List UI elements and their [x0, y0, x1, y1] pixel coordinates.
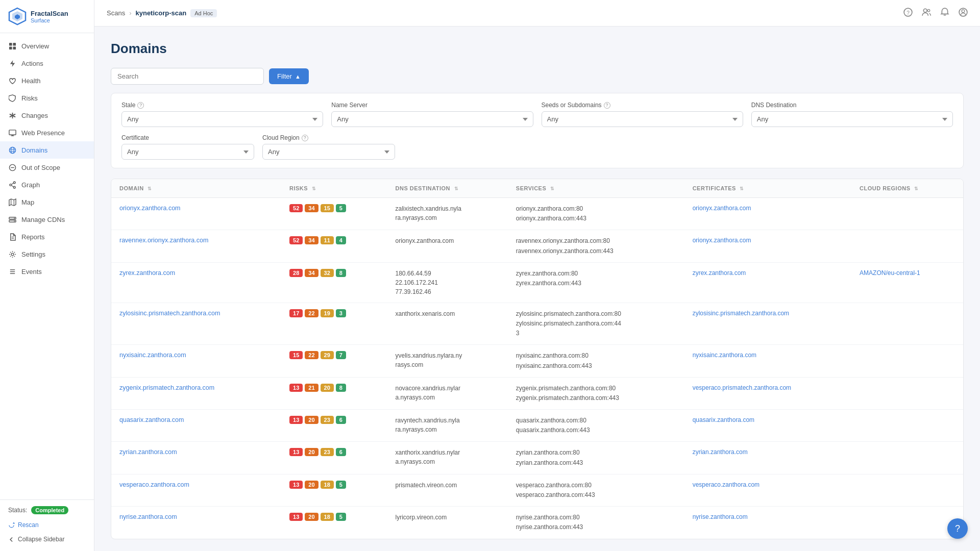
sidebar-item-changes[interactable]: Changes — [0, 107, 94, 124]
domain-link[interactable]: nyxisainc.zanthora.com — [119, 352, 186, 359]
domains-table: DOMAIN ⇅ RISKS ⇅ DNS DESTINATION ⇅ SERVI… — [111, 179, 963, 539]
filter-nameserver: Name Server Any — [331, 102, 533, 127]
risk-badge: 6 — [336, 416, 346, 424]
dns-cell: zalixistech.xandrius.nylara.nyrasys.com — [387, 198, 508, 230]
rescan-button[interactable]: Rescan — [8, 519, 86, 531]
sidebar-item-web-presence[interactable]: Web Presence — [0, 124, 94, 141]
cert-link[interactable]: vesperaco.zanthora.com — [693, 481, 760, 488]
risk-badge: 20 — [305, 513, 318, 521]
filter-button[interactable]: Filter ▲ — [269, 68, 309, 84]
cert-link[interactable]: zylosisinc.prismatech.zanthora.com — [693, 310, 789, 317]
col-cloud[interactable]: CLOUD REGIONS ⇅ — [851, 179, 963, 198]
sidebar-item-label: Graph — [21, 181, 40, 189]
sidebar-item-manage-cdns[interactable]: Manage CDNs — [0, 211, 94, 228]
risk-badge: 20 — [321, 384, 334, 392]
help-icon[interactable] — [903, 8, 913, 19]
notifications-icon[interactable] — [940, 8, 949, 19]
filter-arrow-icon: ▲ — [295, 73, 301, 80]
filter-nameserver-select[interactable]: Any — [331, 111, 533, 127]
page-content: Domains Filter ▲ Stale ? Any — [94, 27, 980, 551]
col-risks[interactable]: RISKS ⇅ — [281, 179, 387, 198]
dns-cell: yvelis.xandrius.nylara.nyrasys.com — [387, 345, 508, 377]
risk-badge: 34 — [305, 236, 318, 244]
domain-link[interactable]: nyrise.zanthora.com — [119, 513, 177, 520]
risks-cell: 1320185 — [281, 507, 387, 539]
dns-cell: lyricorp.vireon.com — [387, 507, 508, 539]
users-icon[interactable] — [922, 8, 931, 19]
cert-link[interactable]: nyxisainc.zanthora.com — [693, 352, 756, 359]
sidebar-item-map[interactable]: Map — [0, 193, 94, 211]
breadcrumb: Scans › kyneticorp-scan Ad Hoc — [107, 9, 217, 17]
table-row: zylosisinc.prismatech.zanthora.com 17221… — [111, 303, 963, 345]
domain-link[interactable]: ravennex.orionyx.zanthora.com — [119, 237, 208, 244]
sidebar-item-label: Overview — [21, 42, 49, 50]
risk-badge: 13 — [289, 481, 303, 489]
sidebar-item-events[interactable]: Events — [0, 263, 94, 280]
sidebar-item-health[interactable]: Health — [0, 72, 94, 89]
sidebar-item-actions[interactable]: Actions — [0, 55, 94, 72]
help-bubble[interactable]: ? — [947, 518, 968, 539]
cloud-regions-cell — [851, 410, 963, 442]
health-icon — [8, 77, 16, 85]
cloud-regions-cell — [851, 303, 963, 345]
services-cell: zygenix.prismatech.zanthora.com:80zygeni… — [508, 377, 684, 409]
sidebar-item-domains[interactable]: Domains — [0, 141, 94, 159]
risks-cell: 1522297 — [281, 345, 387, 377]
col-services[interactable]: SERVICES ⇅ — [508, 179, 684, 198]
cloud-regions-cell — [851, 345, 963, 377]
domain-link[interactable]: zyrian.zanthora.com — [119, 448, 177, 456]
sidebar-item-overview[interactable]: Overview — [0, 37, 94, 55]
filter-cert-select[interactable]: Any — [121, 144, 254, 160]
filter-seeds-select[interactable]: Any — [542, 111, 743, 127]
risk-badge: 15 — [289, 351, 303, 359]
risk-badge: 22 — [305, 309, 318, 317]
col-certs[interactable]: CERTIFICATES ⇅ — [684, 179, 851, 198]
cert-link[interactable]: zyrex.zanthora.com — [693, 269, 746, 277]
risk-badge: 13 — [289, 416, 303, 424]
cert-link[interactable]: vesperaco.prismatech.zanthora.com — [693, 384, 791, 391]
stale-info-icon[interactable]: ? — [137, 102, 144, 109]
certificates-cell: zylosisinc.prismatech.zanthora.com — [684, 303, 851, 345]
cert-link[interactable]: zyrian.zanthora.com — [693, 448, 748, 456]
domain-cell: zyrex.zanthora.com — [111, 262, 281, 303]
topbar: Scans › kyneticorp-scan Ad Hoc — [94, 0, 980, 27]
risk-badge: 19 — [321, 309, 334, 317]
col-domain[interactable]: DOMAIN ⇅ — [111, 179, 281, 198]
cert-link[interactable]: orionyx.zanthora.com — [693, 205, 751, 212]
filter-seeds: Seeds or Subdomains ? Any — [542, 102, 743, 127]
domain-link[interactable]: zylosisinc.prismatech.zanthora.com — [119, 310, 220, 317]
risk-badge: 18 — [321, 513, 334, 521]
sidebar-item-settings[interactable]: Settings — [0, 245, 94, 263]
topbar-icons — [903, 8, 968, 19]
sidebar-item-graph[interactable]: Graph — [0, 176, 94, 193]
filter-cloud-select[interactable]: Any — [262, 144, 395, 160]
actions-icon — [8, 59, 16, 67]
domain-link[interactable]: orionyx.zanthora.com — [119, 205, 181, 212]
cert-link[interactable]: nyrise.zanthora.com — [693, 513, 748, 520]
domain-link[interactable]: zygenix.prismatech.zanthora.com — [119, 384, 214, 391]
status-label: Status: — [8, 507, 27, 514]
domain-link[interactable]: zyrex.zanthora.com — [119, 269, 175, 277]
cloud-info-icon[interactable]: ? — [302, 135, 308, 141]
filter-dns-dest-select[interactable]: Any — [751, 111, 953, 127]
dns-cell: prismatech.vireon.com — [387, 474, 508, 506]
cert-link[interactable]: quasarix.zanthora.com — [693, 416, 754, 423]
filter-stale-select[interactable]: Any — [121, 111, 323, 127]
sidebar-item-reports[interactable]: Reports — [0, 228, 94, 245]
sidebar-item-out-of-scope[interactable]: Out of Scope — [0, 159, 94, 176]
seeds-info-icon[interactable]: ? — [604, 102, 610, 109]
domain-link[interactable]: quasarix.zanthora.com — [119, 416, 184, 423]
collapse-sidebar-button[interactable]: Collapse Sidebar — [8, 534, 86, 545]
sidebar-item-label: Reports — [21, 233, 45, 241]
services-cell: quasarix.zanthora.com:80quasarix.zanthor… — [508, 410, 684, 442]
domain-link[interactable]: vesperaco.zanthora.com — [119, 481, 189, 488]
col-dns[interactable]: DNS DESTINATION ⇅ — [387, 179, 508, 198]
cert-link[interactable]: orionyx.zanthora.com — [693, 237, 751, 244]
profile-icon[interactable] — [959, 8, 968, 19]
breadcrumb-scans[interactable]: Scans — [107, 9, 125, 17]
search-input[interactable] — [111, 68, 264, 85]
sidebar-item-risks[interactable]: Risks — [0, 89, 94, 107]
refresh-icon — [8, 522, 15, 529]
cloud-regions-cell — [851, 198, 963, 230]
filter-dns-dest-label: DNS Destination — [751, 102, 953, 109]
